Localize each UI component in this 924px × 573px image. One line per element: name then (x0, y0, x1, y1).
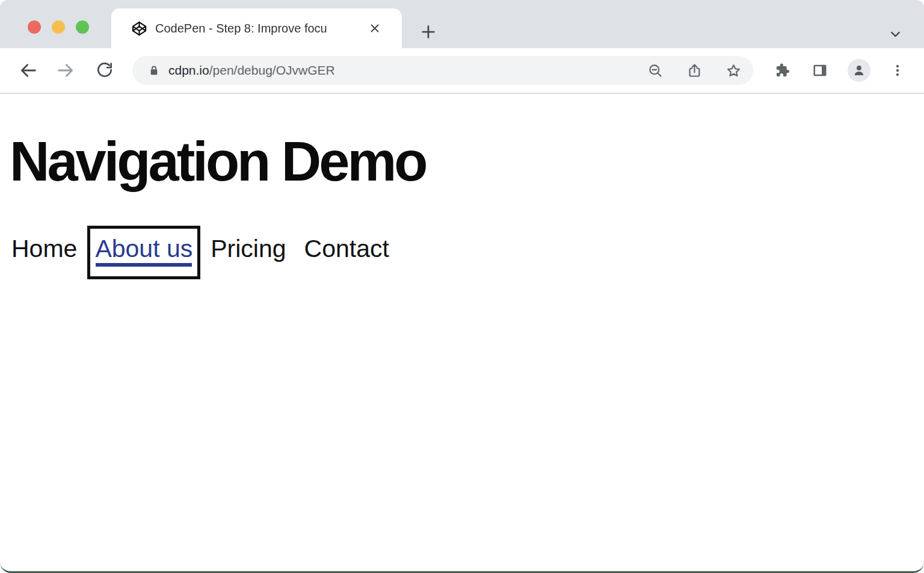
nav-item: Pricing (211, 235, 286, 263)
omnibox-trailing-icons (647, 63, 753, 79)
nav-link-pricing[interactable]: Pricing (211, 235, 286, 262)
lock-icon[interactable] (147, 64, 161, 77)
browser-window: CodePen - Step 8: Improve focu (0, 0, 924, 573)
minimize-window-button[interactable] (52, 20, 65, 34)
page-content: Navigation Demo Home About us Pricing Co… (0, 134, 924, 573)
address-bar[interactable]: cdpn.io/pen/debug/OJvwGER (132, 56, 753, 85)
profile-avatar[interactable] (848, 59, 870, 82)
traffic-lights (28, 20, 89, 34)
nav-item: About us (95, 235, 192, 263)
zoom-out-icon[interactable] (647, 63, 664, 79)
nav-link-about-us[interactable]: About us (94, 233, 193, 272)
extensions-puzzle-icon[interactable] (774, 62, 790, 79)
back-arrow-icon[interactable] (18, 60, 38, 81)
nav-item: Home (11, 235, 77, 263)
close-icon[interactable] (368, 22, 381, 35)
bookmark-star-icon[interactable] (725, 63, 742, 79)
main-navigation: Home About us Pricing Contact (11, 235, 924, 263)
zoom-window-button[interactable] (76, 20, 89, 34)
url-path: /pen/debug/OJvwGER (209, 63, 335, 77)
nav-link-home[interactable]: Home (11, 235, 77, 262)
share-icon[interactable] (686, 63, 703, 79)
page-title: Navigation Demo (10, 134, 924, 189)
new-tab-button[interactable] (420, 23, 437, 40)
chevron-down-icon[interactable] (888, 26, 903, 42)
reload-icon[interactable] (95, 60, 116, 81)
url-domain: cdpn.io (168, 63, 209, 77)
forward-arrow-icon[interactable] (55, 60, 76, 81)
kebab-menu-icon[interactable] (890, 63, 905, 78)
side-panel-icon[interactable] (812, 62, 828, 79)
browser-toolbar: cdpn.io/pen/debug/OJvwGER (0, 48, 924, 94)
tab-title: CodePen - Step 8: Improve focu (155, 22, 367, 36)
codepen-icon (131, 20, 147, 37)
nav-link-contact[interactable]: Contact (304, 235, 389, 262)
nav-item: Contact (304, 235, 389, 263)
tab-strip: CodePen - Step 8: Improve focu (0, 0, 924, 48)
url-text[interactable]: cdpn.io/pen/debug/OJvwGER (168, 63, 335, 78)
browser-tab[interactable]: CodePen - Step 8: Improve focu (111, 8, 402, 48)
close-window-button[interactable] (28, 20, 41, 34)
